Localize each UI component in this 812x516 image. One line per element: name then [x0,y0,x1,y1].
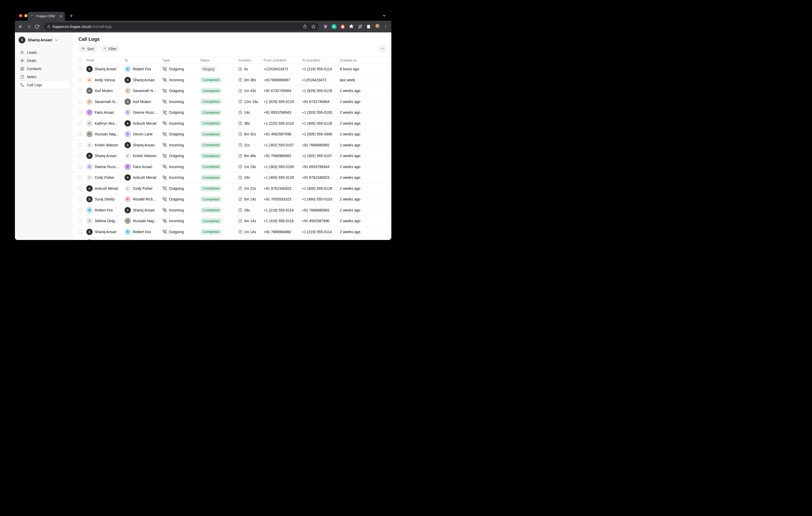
table-row[interactable]: SShariq AnsariKKristin WatsonOutgoingCom… [72,151,392,161]
table-row[interactable]: AAndy ViessaSShariq AnsariIncomingComple… [72,75,392,86]
table-row[interactable]: SSavannah N...AAsif MulaniIncomingComple… [72,96,392,108]
to-avatar: A [124,120,131,126]
row-checkbox[interactable] [78,187,82,190]
row-checkbox[interactable] [78,100,82,103]
clock-icon [238,165,242,169]
table-row[interactable]: SShariq AnsariRRobert FoxOutgoingComplet… [72,226,392,238]
table-row[interactable]: KKristin WatsonSShariq AnsariIncomingCom… [72,140,392,151]
back-button[interactable] [17,23,24,30]
share-icon[interactable] [303,25,307,29]
from-number: +91 4562587690 [264,132,291,136]
bookmark-star-icon[interactable] [311,24,316,29]
row-checkbox[interactable] [78,176,82,179]
to-number: +1 (303) 555-0105 [302,110,332,115]
forward-button[interactable] [25,23,32,30]
new-tab-button[interactable] [68,13,74,18]
table-row[interactable]: SShariq AnsariRRobert FoxOutgoingRinging… [72,64,392,75]
to-avatar [124,239,131,240]
extensions-puzzle-icon[interactable] [348,23,355,30]
phone-outgoing-icon [163,186,167,190]
from-name: Andy Viessa [95,78,115,82]
from-number: +917666980887 [264,78,290,82]
created-on: 2 weeks ago [340,110,360,115]
table-row[interactable]: HHussain Nag...DDevon LaneOutgoingComple… [72,129,392,140]
table-row[interactable]: SSelena Delg...HHussain Nag...IncomingCo… [72,216,392,226]
from-number: +1 (225) 555-0118 [264,121,294,125]
clock-icon [238,230,242,234]
status-badge: Completed [200,175,222,180]
row-checkbox[interactable] [78,165,82,169]
table-row[interactable]: AAnkush MenatCCody FisherOutgoingComplet… [72,183,392,194]
table-row[interactable]: KKathryn Mur...AAnkush MenatIncomingComp… [72,118,392,129]
filter-button[interactable]: Filter [100,45,120,52]
reload-button[interactable] [33,23,40,30]
table-row[interactable]: DDianne Russ...FFaris AnsariIncomingComp… [72,161,392,173]
call-type-label: Incoming [169,99,184,104]
row-checkbox[interactable] [78,198,82,201]
table-row[interactable]: FFaris AnsariDDianne Russ...OutgoingComp… [72,107,392,118]
sidebar-item-leads[interactable]: Leads [17,49,70,57]
sidebar-item-deals[interactable]: Deals [17,57,70,65]
browser-profile-avatar[interactable] [374,23,381,30]
tab-strip: Frappe CRM [15,10,392,21]
row-checkbox[interactable] [78,122,82,125]
created-on: 8 hours ago [340,67,359,71]
sidebar-item-notes[interactable]: Notes [17,73,70,81]
row-checkbox[interactable] [78,132,82,136]
column-header-duration: Duration [238,58,264,62]
more-options-button[interactable] [379,45,386,52]
browser-tab[interactable]: Frappe CRM [28,12,65,21]
to-number: +1 (629) 555-0129 [302,89,332,93]
call-type-label: Incoming [169,121,184,125]
row-checkbox[interactable] [78,208,82,212]
sidebar-item-contacts[interactable]: Contacts [17,65,70,73]
from-avatar: S [86,196,93,202]
table-row[interactable]: SSuraj ShettyRRonald Rich...OutgoingComp… [72,194,392,205]
leaf-energy-extension-icon[interactable] [356,23,364,30]
to-number: +1 (505) 555-4398 [302,132,332,136]
to-avatar: F [124,164,131,170]
row-checkbox[interactable] [78,67,82,71]
row-checkbox[interactable] [78,78,82,82]
sort-icon [81,47,85,51]
tab-close-icon[interactable] [59,14,62,18]
row-checkbox[interactable] [78,219,82,223]
from-avatar: S [86,66,93,72]
row-checkbox[interactable] [78,89,82,93]
from-avatar: A [86,88,93,94]
user-menu[interactable]: S Shariq Ansari [15,37,72,43]
grammarly-extension-icon[interactable]: G [331,23,338,30]
row-checkbox[interactable] [78,154,82,158]
status-badge: Completed [200,207,222,213]
to-avatar: S [124,142,131,148]
status-badge: Completed [200,88,222,94]
created-on: 2 weeks ago [340,186,360,190]
tab-search-chevron-icon[interactable] [382,13,387,18]
phone-outgoing-icon [163,132,167,136]
table-row[interactable] [72,237,392,240]
url-bar[interactable]: frappecrm.frappe.cloud/crm/call-logs [44,23,319,31]
close-window-button[interactable] [19,14,22,17]
row-checkbox[interactable] [78,230,82,234]
table-row[interactable]: CCody FisherAAnkush MenatIncomingComplet… [72,172,392,183]
filter-button-label: Filter [109,47,117,51]
main-content: Call Logs Sort Filter From [72,32,392,240]
sort-button[interactable]: Sort [79,45,97,52]
call-type-label: Incoming [169,143,184,147]
row-checkbox[interactable] [78,111,82,114]
to-avatar: R [124,196,131,202]
table-row[interactable]: RRobert FoxSShariq AnsariIncomingComplet… [72,205,392,216]
white-frame-extension-icon[interactable] [365,23,372,30]
table-body: SShariq AnsariRRobert FoxOutgoingRinging… [72,64,392,240]
minimize-window-button[interactable] [24,14,27,17]
sidebar-item-call-logs[interactable]: Call Logs [17,81,70,89]
adblock-extension-icon[interactable] [339,23,346,30]
browser-menu-kebab-icon[interactable] [382,23,389,30]
from-name: Ankush Menat [95,186,118,190]
table-row[interactable]: AAsif MulaniSSavannah N...OutgoingComple… [72,86,392,96]
sidebar-item-label: Call Logs [27,83,42,87]
row-checkbox[interactable] [78,143,82,147]
select-all-checkbox[interactable] [78,59,82,62]
octocat-extension-icon[interactable] [322,23,329,30]
from-avatar: A [86,185,93,192]
